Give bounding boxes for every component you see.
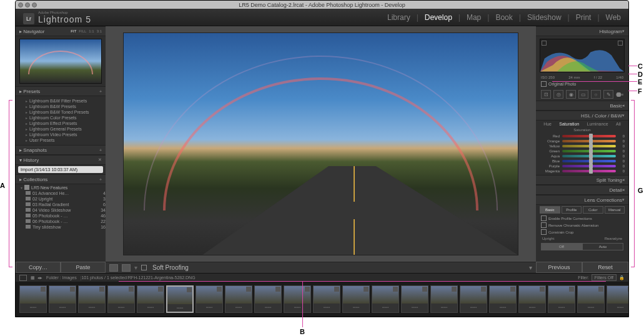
saturation-slider-blue[interactable]: Blue0 bbox=[540, 159, 625, 164]
nav-zoom-1:1[interactable]: 1:1 bbox=[89, 29, 94, 33]
brush-tool-icon[interactable]: ✎ bbox=[603, 90, 613, 99]
saturation-slider-red[interactable]: Red0 bbox=[540, 134, 625, 139]
collection-item[interactable]: 02 Upright3 bbox=[16, 196, 106, 202]
collection-set[interactable]: LR5 New Features bbox=[16, 184, 106, 190]
filmstrip-thumb[interactable]: ••••• bbox=[577, 285, 605, 313]
presets-header[interactable]: ▸ Presets+ bbox=[16, 86, 106, 96]
preset-folder[interactable]: Lightroom Video Presets bbox=[19, 132, 102, 137]
redeye-tool-icon[interactable]: ◉ bbox=[566, 90, 576, 99]
module-book[interactable]: Book bbox=[495, 13, 512, 22]
filmstrip-thumb[interactable]: ••••• bbox=[372, 285, 399, 313]
collection-item[interactable]: 03 Radial Gradient6 bbox=[16, 202, 106, 207]
paste-button[interactable]: Paste bbox=[61, 262, 106, 273]
collection-item[interactable]: 01 Advanced He…4 bbox=[16, 190, 106, 196]
nav-zoom-fit[interactable]: FIT bbox=[71, 29, 76, 33]
filters-off-button[interactable]: Filters Off bbox=[592, 274, 617, 281]
saturation-slider-magenta[interactable]: Magenta0 bbox=[540, 169, 625, 174]
saturation-slider-aqua[interactable]: Aqua0 bbox=[540, 154, 625, 159]
filmstrip-thumb[interactable]: ••••• bbox=[313, 285, 340, 313]
hsl-tab-all[interactable]: All bbox=[616, 122, 621, 126]
saturation-slider-yellow[interactable]: Yellow0 bbox=[540, 144, 625, 149]
filmstrip-thumb[interactable]: ••••• bbox=[342, 285, 370, 313]
snapshots-header[interactable]: ▸ Snapshots+ bbox=[16, 145, 106, 155]
hsl-tab-luminance[interactable]: Luminance bbox=[587, 122, 608, 126]
clip-shadows-icon[interactable] bbox=[542, 41, 547, 46]
filmstrip-thumb[interactable]: ••••• bbox=[401, 285, 429, 313]
lens-header[interactable]: Lens Corrections ▾ bbox=[536, 195, 628, 205]
hsl-tab-saturation[interactable]: Saturation bbox=[559, 122, 579, 126]
preset-folder[interactable]: Lightroom B&W Presets bbox=[19, 104, 102, 109]
hsl-header[interactable]: HSL / Color / B&W ▾ bbox=[536, 111, 628, 121]
collection-item[interactable]: 06 Photobook - …22 bbox=[16, 219, 106, 224]
saturation-slider-purple[interactable]: Purple0 bbox=[540, 164, 625, 169]
history-step-active[interactable]: Import (3/14/13 10:03:37 AM) bbox=[18, 166, 103, 173]
second-window-icon[interactable] bbox=[19, 275, 27, 281]
filmstrip-thumb[interactable]: ••••• bbox=[196, 285, 223, 313]
upright-off-button[interactable]: Off bbox=[541, 243, 582, 250]
collection-item[interactable]: 04 Video Slideshow34 bbox=[16, 207, 106, 213]
module-slideshow[interactable]: Slideshow bbox=[527, 13, 562, 22]
split-toning-header[interactable]: Split Toning ◂ bbox=[536, 175, 628, 185]
filmstrip-thumb[interactable]: ••••• bbox=[548, 285, 575, 313]
radial-filter-icon[interactable]: ○ bbox=[591, 90, 601, 99]
filmstrip-thumb[interactable]: ••••• bbox=[19, 285, 47, 313]
saturation-slider-green[interactable]: Green0 bbox=[540, 149, 625, 154]
clip-highlights-icon[interactable] bbox=[618, 41, 623, 46]
filmstrip-thumb[interactable]: ••••• bbox=[430, 285, 458, 313]
filmstrip-thumb[interactable]: ••••• bbox=[607, 285, 628, 313]
collections-header[interactable]: ▸ Collections+ bbox=[16, 174, 106, 184]
preset-folder[interactable]: Lightroom Color Presets bbox=[19, 115, 102, 121]
window-controls[interactable] bbox=[18, 2, 37, 7]
lens-tab-basic[interactable]: Basic bbox=[540, 206, 560, 214]
preset-folder[interactable]: Lightroom B&W Filter Presets bbox=[19, 98, 102, 104]
lens-tab-profile[interactable]: Profile bbox=[562, 206, 582, 214]
filmstrip-thumb[interactable]: ••••• bbox=[137, 285, 164, 313]
tool-size-slider[interactable] bbox=[616, 94, 623, 96]
grid-icon[interactable]: ▦ bbox=[31, 275, 35, 280]
lens-tab-manual[interactable]: Manual bbox=[605, 206, 625, 214]
filmstrip-thumb[interactable]: ••••• bbox=[225, 285, 252, 313]
module-develop[interactable]: Develop bbox=[425, 13, 452, 22]
module-map[interactable]: Map bbox=[467, 13, 481, 22]
filmstrip-thumb[interactable]: ••••• bbox=[489, 285, 517, 313]
reset-button[interactable]: Reset bbox=[582, 262, 628, 273]
histogram-header[interactable]: Histogram ▾ bbox=[536, 26, 628, 36]
collection-item[interactable]: Tiny slideshow16 bbox=[16, 224, 106, 230]
filmstrip-thumb[interactable]: ••••• bbox=[254, 285, 282, 313]
basic-header[interactable]: Basic ◂ bbox=[536, 101, 628, 111]
previous-button[interactable]: Previous bbox=[536, 262, 582, 273]
preset-folder[interactable]: User Presets bbox=[19, 137, 102, 143]
module-library[interactable]: Library bbox=[387, 13, 410, 22]
copy-button[interactable]: Copy… bbox=[16, 262, 61, 273]
filmstrip-thumb[interactable]: ••••• bbox=[78, 285, 106, 313]
filter-lock-icon[interactable]: 🔒 bbox=[619, 275, 625, 280]
history-header[interactable]: ▾ History✕ bbox=[16, 155, 106, 165]
navigator-header[interactable]: ▸ Navigator FITFILL1:13:1 bbox=[16, 26, 106, 36]
preset-folder[interactable]: Lightroom Effect Presets bbox=[19, 121, 102, 126]
grad-filter-icon[interactable]: ▭ bbox=[578, 90, 588, 99]
loupe-view[interactable] bbox=[106, 26, 536, 262]
nav-zoom-fill[interactable]: FILL bbox=[79, 29, 86, 33]
spot-tool-icon[interactable]: ◎ bbox=[553, 90, 563, 99]
collection-item[interactable]: 05 Photobook - …46 bbox=[16, 213, 106, 219]
lens-tab-color[interactable]: Color bbox=[583, 206, 603, 214]
toolbar-menu-icon[interactable]: ▾ bbox=[529, 264, 532, 271]
lens-check[interactable]: Constrain Crop bbox=[536, 229, 628, 235]
filmstrip-thumb[interactable]: ••••• bbox=[460, 285, 487, 313]
nav-fwd-icon[interactable]: ▸ bbox=[40, 275, 42, 280]
filmstrip-thumb[interactable]: ••••• bbox=[49, 285, 76, 313]
before-after-icon[interactable] bbox=[122, 264, 131, 272]
filmstrip-thumb[interactable]: ••••• bbox=[107, 285, 135, 313]
navigator-preview[interactable] bbox=[19, 39, 102, 84]
lens-check[interactable]: Enable Profile Corrections bbox=[536, 215, 628, 222]
hsl-tab-hue[interactable]: Hue bbox=[543, 122, 552, 126]
filmstrip-thumb[interactable]: ••••• bbox=[518, 285, 546, 313]
filmstrip[interactable]: ••••••••••••••••••••••••••••••••••••••••… bbox=[16, 282, 628, 317]
crop-tool-icon[interactable]: ⊡ bbox=[541, 90, 551, 99]
lens-check[interactable]: Remove Chromatic Aberration bbox=[536, 222, 628, 229]
module-web[interactable]: Web bbox=[606, 13, 621, 22]
module-print[interactable]: Print bbox=[576, 13, 592, 22]
preset-folder[interactable]: Lightroom General Presets bbox=[19, 126, 102, 132]
saturation-slider-orange[interactable]: Orange0 bbox=[540, 139, 625, 144]
soft-proofing-checkbox[interactable] bbox=[141, 265, 147, 270]
